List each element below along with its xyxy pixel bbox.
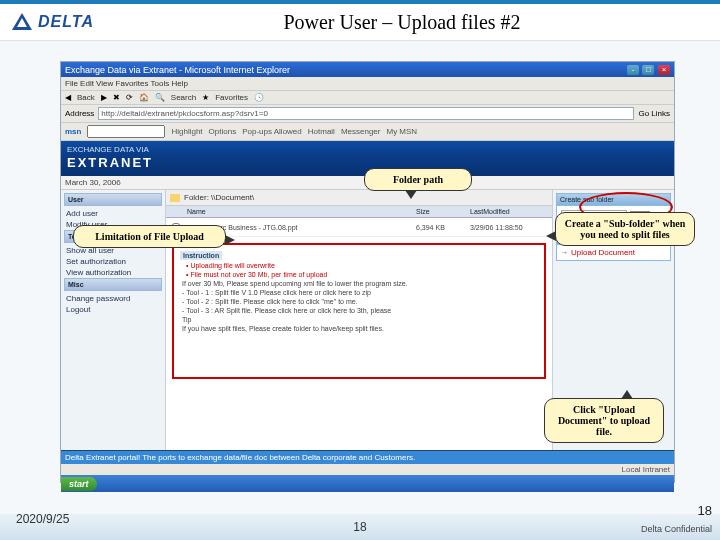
history-icon[interactable]: 🕓 bbox=[254, 93, 264, 102]
stop-icon[interactable]: ✖ bbox=[113, 93, 120, 102]
logo-text: DELTA bbox=[38, 13, 94, 31]
instr-b1: If over 30 Mb, Please spend upcoming xml… bbox=[182, 280, 538, 287]
zone-label: Local Intranet bbox=[622, 465, 670, 474]
ie-title-text: Exchange Data via Extranet - Microsoft I… bbox=[65, 65, 290, 75]
windows-taskbar: start bbox=[61, 475, 674, 492]
slide-title: Power User – Upload files #2 bbox=[283, 11, 520, 34]
callout-folder-path: Folder path bbox=[364, 168, 472, 191]
col-check[interactable] bbox=[166, 206, 185, 218]
callout-upload: Click "Upload Document" to upload file. bbox=[544, 398, 664, 443]
msn-highlight[interactable]: Highlight bbox=[171, 127, 202, 136]
back-icon[interactable]: ◀ bbox=[65, 93, 71, 102]
instruction-box: Instruction • Uploading file will overwr… bbox=[172, 243, 546, 379]
instr-b2: - Tool - 1 : Split file V 1.0 Please cli… bbox=[182, 289, 538, 296]
msn-toolbar: msn Highlight Options Pop-ups Allowed Ho… bbox=[61, 123, 674, 141]
refresh-icon[interactable]: ⟳ bbox=[126, 93, 133, 102]
search-icon[interactable]: 🔍 bbox=[155, 93, 165, 102]
instr-b3: - Tool - 2 : Split file. Please click he… bbox=[182, 298, 538, 305]
instr-b6: If you have split files, Please create f… bbox=[182, 325, 538, 332]
msn-messenger[interactable]: Messenger bbox=[341, 127, 381, 136]
table-header-row: Name Size LastModified bbox=[166, 206, 552, 218]
nav-section-user: User bbox=[64, 193, 162, 206]
instr-red1: • Uploading file will overwrite bbox=[186, 262, 538, 269]
msn-popups[interactable]: Pop-ups Allowed bbox=[242, 127, 302, 136]
instr-header: Instruction bbox=[180, 251, 222, 260]
callout-subfolder: Create a "Sub-folder" when you need to s… bbox=[555, 212, 695, 246]
minimize-icon[interactable]: - bbox=[627, 65, 639, 75]
ie-menu[interactable]: File Edit View Favorites Tools Help bbox=[61, 77, 674, 91]
folder-icon bbox=[170, 194, 180, 202]
slide-page-right: 18 bbox=[698, 503, 712, 518]
delta-triangle-icon bbox=[10, 10, 34, 34]
msn-brand: msn bbox=[65, 127, 81, 136]
favorites-icon[interactable]: ★ bbox=[202, 93, 209, 102]
ie-status-bar: Local Intranet bbox=[61, 464, 674, 475]
msn-mymsn[interactable]: My MSN bbox=[386, 127, 417, 136]
ie-address-bar: Address http://deltaid/extranet/pkdocsfo… bbox=[61, 105, 674, 123]
slide-date: 2020/9/25 bbox=[16, 512, 69, 526]
col-name[interactable]: Name bbox=[185, 206, 414, 218]
page-tagline: EXCHANGE DATA VIA bbox=[61, 141, 674, 154]
folder-path-bar: Folder: \\Document\ bbox=[166, 190, 552, 206]
ie-titlebar: Exchange Data via Extranet - Microsoft I… bbox=[61, 62, 674, 77]
nav-section-misc: Misc bbox=[64, 278, 162, 291]
instr-b5: Tip bbox=[182, 316, 538, 323]
nav-logout[interactable]: Logout bbox=[64, 304, 162, 315]
favorites-button[interactable]: Favorites bbox=[215, 93, 248, 102]
callout-limitation: Limitation of File Upload bbox=[73, 225, 226, 248]
cell-modified: 3/29/06 11:88:50 bbox=[468, 218, 552, 237]
nav-view-auth[interactable]: View authorization bbox=[64, 267, 162, 278]
msn-search-input[interactable] bbox=[87, 125, 165, 138]
search-button[interactable]: Search bbox=[171, 93, 196, 102]
home-icon[interactable]: 🏠 bbox=[139, 93, 149, 102]
close-icon[interactable]: × bbox=[658, 65, 670, 75]
upload-document-button[interactable]: Upload Document bbox=[557, 245, 670, 260]
instr-b4: - Tool - 3 : AR Split file. Please click… bbox=[182, 307, 538, 314]
go-button[interactable]: Go Links bbox=[638, 109, 670, 118]
folder-path-text: Folder: \\Document\ bbox=[184, 193, 254, 202]
col-size[interactable]: Size bbox=[414, 206, 468, 218]
slide-page-center: 18 bbox=[353, 520, 366, 534]
slide-confidential: Delta Confidential bbox=[641, 524, 712, 534]
back-button[interactable]: Back bbox=[77, 93, 95, 102]
nav-add-user[interactable]: Add user bbox=[64, 208, 162, 219]
instr-red2: • File must not over 30 Mb, per time of … bbox=[186, 271, 538, 278]
forward-icon[interactable]: ▶ bbox=[101, 93, 107, 102]
nav-set-auth[interactable]: Set authorization bbox=[64, 256, 162, 267]
ie-toolbar: ◀ Back ▶ ✖ ⟳ 🏠 🔍 Search ★ Favorites 🕓 bbox=[61, 91, 674, 105]
cell-size: 6,394 KB bbox=[414, 218, 468, 237]
page-footer-text: Delta Extranet portal! The ports to exch… bbox=[61, 450, 674, 464]
start-button[interactable]: start bbox=[61, 477, 97, 491]
address-input[interactable]: http://deltaid/extranet/pkdocsform.asp?d… bbox=[98, 107, 634, 120]
slide-header: DELTA Power User – Upload files #2 bbox=[0, 4, 720, 41]
msn-hotmail[interactable]: Hotmail bbox=[308, 127, 335, 136]
maximize-icon[interactable]: □ bbox=[642, 65, 654, 75]
col-modified[interactable]: LastModified bbox=[468, 206, 552, 218]
address-label: Address bbox=[65, 109, 94, 118]
nav-change-password[interactable]: Change password bbox=[64, 293, 162, 304]
msn-options[interactable]: Options bbox=[209, 127, 237, 136]
delta-logo: DELTA bbox=[10, 10, 94, 34]
